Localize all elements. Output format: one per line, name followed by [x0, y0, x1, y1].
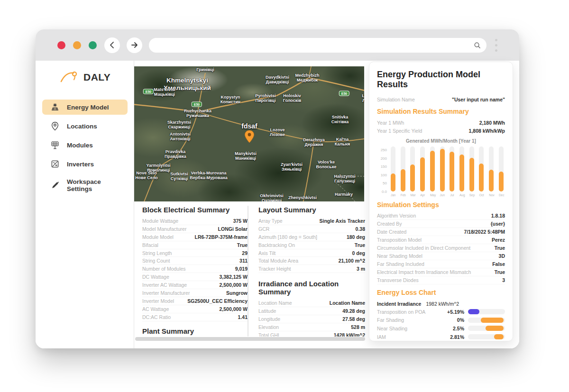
table-row: GCR0.38 [258, 225, 365, 233]
x-tick-label: Sep [469, 193, 474, 197]
settings-row-label: Far Shading Included [377, 261, 424, 267]
table-row-label: Inverter AC Wattage [142, 282, 187, 288]
table-row-value: Single Axis Tracker [320, 218, 366, 224]
url-bar[interactable] [149, 38, 486, 53]
bar-value [450, 152, 454, 191]
table-row-value: 528 m [351, 324, 365, 330]
sidebar-item-workspace-settings[interactable]: Workspace Settings [42, 175, 128, 195]
chart-x-axis: JanFebMarAprMayJunJulAugSepOctNovDec [377, 191, 505, 197]
energy-loss-bar [468, 309, 479, 314]
energy-loss-label: IAM [377, 334, 441, 340]
bar-track [391, 146, 395, 191]
x-tick-label: Jun [440, 193, 445, 197]
table-row-label: String Count [142, 258, 170, 264]
browser-menu-icon[interactable] [495, 39, 497, 52]
settings-row-value: 3D [499, 253, 505, 259]
energy-loss-label: Transposition on POA [377, 309, 441, 315]
sidebar-item-label: Locations [67, 123, 97, 130]
route-badge-e50: E50 [143, 89, 154, 94]
energy-loss-row: Soiling3% [377, 341, 505, 341]
table-row-label: DC:AC Ratio [142, 314, 171, 320]
url-input[interactable] [155, 42, 474, 48]
table-row-label: Elevation [258, 324, 279, 330]
table-row-value: 3 m [357, 266, 365, 272]
incident-irradiance-value: 1982 kWh/m^2 [426, 301, 459, 307]
table-row-label: Inverter Manufacturer [142, 290, 190, 296]
summary-row-label: Year 1 MWh [377, 120, 404, 126]
map-marker-pin-icon[interactable] [244, 130, 255, 143]
y-tick-label: 200 [381, 156, 387, 160]
map-pin-icon [50, 121, 60, 131]
module-panel-icon [50, 140, 60, 150]
table-row: Inverter AC Wattage2,500,000 W [142, 281, 248, 289]
bar-value [459, 155, 464, 191]
energy-loss-bar-track [468, 309, 505, 314]
table-row-value: Location Name [330, 300, 365, 306]
table-row-value: 180 deg [347, 234, 365, 240]
summary-row: Year 1 MWh2,180 MWh [377, 119, 505, 127]
table-row-value: 0 deg [352, 250, 365, 256]
results-panel-title: Energy Production Model Results [377, 70, 505, 90]
table-row-value: True [355, 242, 365, 248]
table-row-label: AC Wattage [142, 306, 169, 312]
table-row-value: 0.38 [356, 226, 365, 232]
energy-loss-label: Near Shading [377, 326, 441, 331]
table-row-label: Azimuth [180 deg = South] [258, 234, 317, 240]
bar-value [401, 169, 405, 191]
table-row-value: True [237, 242, 248, 248]
satellite-map[interactable]: ГринівціKhmelnytskyiХмельницькийDavydkiv… [134, 66, 364, 201]
energy-loss-bar-track [468, 318, 505, 323]
table-row: Azimuth [180 deg = South]180 deg [258, 233, 365, 241]
y-tick-label: 100 [381, 173, 387, 177]
table-row-label: Bifacial [142, 242, 158, 248]
table-row-value: 375 W [233, 218, 248, 224]
bar-track [440, 146, 445, 191]
close-window-button[interactable] [57, 41, 65, 49]
tables-vertical-scrollbar[interactable] [248, 206, 248, 337]
results-panel: Energy Production Model Results Simulati… [369, 62, 513, 341]
minimize-window-button[interactable] [73, 41, 81, 49]
table-row-label: Inverter Model [142, 298, 174, 304]
bar-value [469, 158, 474, 191]
table-row-label: Module Wattage [142, 218, 178, 224]
table-row: Module Wattage375 W [142, 217, 248, 225]
bar-value [391, 173, 395, 191]
sidebar-item-modules[interactable]: Modules [42, 137, 128, 153]
bar-track [450, 146, 454, 191]
table-row-value: 1428 kW/m^2 [334, 332, 365, 337]
x-tick-label: Jan [391, 193, 395, 197]
tables-horizontal-scrollbar[interactable] [135, 337, 365, 341]
table-row-label: Axis Tilt [258, 250, 275, 256]
energy-loss-bar-track [468, 326, 505, 331]
sidebar-item-inverters[interactable]: Inverters [42, 156, 128, 172]
app-logo: DALY [59, 70, 110, 84]
sidebar-item-locations[interactable]: Locations [42, 119, 128, 134]
settings-row-value: True [495, 269, 505, 275]
sidebar-item-energy-model[interactable]: Energy Model [42, 100, 128, 115]
table-row-value: 2,500,000 W [219, 306, 248, 312]
table-row: AC Wattage2,500,000 W [142, 305, 248, 313]
settings-row-label: Electrical Impact from Irradiance Mismat… [377, 269, 471, 275]
table-row: Inverter ManufacturerSungrow [142, 289, 248, 297]
route-badge-e50: E50 [339, 91, 349, 96]
map-marker-label: fdsaf [241, 122, 257, 130]
forward-button[interactable] [127, 37, 142, 53]
settings-row: Created By{user} [377, 220, 505, 228]
settings-row: Transposition ModelPerez [377, 236, 505, 244]
settings-row-value: Perez [492, 237, 505, 243]
table-row-label: Total GHI [258, 332, 279, 337]
sidebar-item-label: Workspace Settings [67, 178, 110, 192]
table-row-label: Module Model [142, 234, 174, 240]
table-row: DC:AC Ratio1.41 [142, 313, 248, 321]
y-tick-label: 150 [381, 164, 387, 169]
energy-loss-bar [481, 318, 504, 323]
app-logo-text: DALY [83, 72, 110, 83]
zoom-window-button[interactable] [89, 41, 97, 49]
back-button[interactable] [104, 37, 120, 53]
table-row-value: 311 [239, 258, 248, 264]
search-icon[interactable] [474, 42, 481, 49]
x-tick-label: Feb [401, 193, 405, 197]
bar-track [420, 146, 425, 191]
energy-loss-row: Far Shading0% [377, 316, 505, 325]
energy-loss-row: Transposition on POA+5.19% [377, 308, 505, 316]
